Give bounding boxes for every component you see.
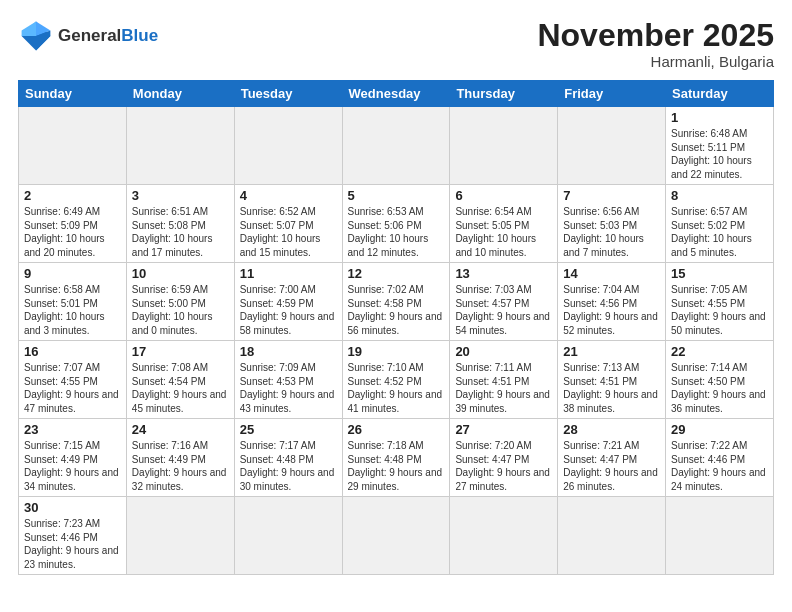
calendar-cell (342, 497, 450, 575)
day-number: 4 (240, 188, 337, 203)
day-info: Sunrise: 6:52 AM Sunset: 5:07 PM Dayligh… (240, 205, 337, 259)
location: Harmanli, Bulgaria (537, 53, 774, 70)
calendar-cell: 7Sunrise: 6:56 AM Sunset: 5:03 PM Daylig… (558, 185, 666, 263)
calendar-cell (126, 497, 234, 575)
calendar-cell (558, 497, 666, 575)
day-number: 20 (455, 344, 552, 359)
col-monday: Monday (126, 81, 234, 107)
day-info: Sunrise: 7:21 AM Sunset: 4:47 PM Dayligh… (563, 439, 660, 493)
month-title: November 2025 (537, 18, 774, 53)
day-info: Sunrise: 7:20 AM Sunset: 4:47 PM Dayligh… (455, 439, 552, 493)
calendar-cell: 8Sunrise: 6:57 AM Sunset: 5:02 PM Daylig… (666, 185, 774, 263)
calendar-cell: 25Sunrise: 7:17 AM Sunset: 4:48 PM Dayli… (234, 419, 342, 497)
day-number: 1 (671, 110, 768, 125)
day-number: 23 (24, 422, 121, 437)
day-number: 30 (24, 500, 121, 515)
calendar-cell (19, 107, 127, 185)
day-number: 27 (455, 422, 552, 437)
day-info: Sunrise: 7:05 AM Sunset: 4:55 PM Dayligh… (671, 283, 768, 337)
day-number: 18 (240, 344, 337, 359)
calendar-cell: 27Sunrise: 7:20 AM Sunset: 4:47 PM Dayli… (450, 419, 558, 497)
calendar-cell: 22Sunrise: 7:14 AM Sunset: 4:50 PM Dayli… (666, 341, 774, 419)
day-info: Sunrise: 7:00 AM Sunset: 4:59 PM Dayligh… (240, 283, 337, 337)
day-number: 16 (24, 344, 121, 359)
day-info: Sunrise: 7:14 AM Sunset: 4:50 PM Dayligh… (671, 361, 768, 415)
day-number: 8 (671, 188, 768, 203)
calendar-cell: 2Sunrise: 6:49 AM Sunset: 5:09 PM Daylig… (19, 185, 127, 263)
calendar-cell: 30Sunrise: 7:23 AM Sunset: 4:46 PM Dayli… (19, 497, 127, 575)
svg-marker-3 (22, 22, 36, 36)
day-number: 5 (348, 188, 445, 203)
col-friday: Friday (558, 81, 666, 107)
calendar-cell: 21Sunrise: 7:13 AM Sunset: 4:51 PM Dayli… (558, 341, 666, 419)
day-number: 6 (455, 188, 552, 203)
day-info: Sunrise: 7:15 AM Sunset: 4:49 PM Dayligh… (24, 439, 121, 493)
day-info: Sunrise: 6:53 AM Sunset: 5:06 PM Dayligh… (348, 205, 445, 259)
day-number: 13 (455, 266, 552, 281)
calendar-cell: 4Sunrise: 6:52 AM Sunset: 5:07 PM Daylig… (234, 185, 342, 263)
day-number: 19 (348, 344, 445, 359)
day-number: 7 (563, 188, 660, 203)
day-number: 3 (132, 188, 229, 203)
logo: GeneralBlue (18, 18, 158, 54)
day-number: 22 (671, 344, 768, 359)
calendar-cell: 16Sunrise: 7:07 AM Sunset: 4:55 PM Dayli… (19, 341, 127, 419)
calendar-cell: 9Sunrise: 6:58 AM Sunset: 5:01 PM Daylig… (19, 263, 127, 341)
calendar-cell (450, 497, 558, 575)
calendar-cell: 3Sunrise: 6:51 AM Sunset: 5:08 PM Daylig… (126, 185, 234, 263)
logo-icon (18, 18, 54, 54)
day-info: Sunrise: 7:03 AM Sunset: 4:57 PM Dayligh… (455, 283, 552, 337)
day-number: 17 (132, 344, 229, 359)
day-info: Sunrise: 7:08 AM Sunset: 4:54 PM Dayligh… (132, 361, 229, 415)
day-info: Sunrise: 7:07 AM Sunset: 4:55 PM Dayligh… (24, 361, 121, 415)
calendar-cell: 28Sunrise: 7:21 AM Sunset: 4:47 PM Dayli… (558, 419, 666, 497)
day-number: 26 (348, 422, 445, 437)
calendar-cell: 24Sunrise: 7:16 AM Sunset: 4:49 PM Dayli… (126, 419, 234, 497)
calendar-cell: 15Sunrise: 7:05 AM Sunset: 4:55 PM Dayli… (666, 263, 774, 341)
day-info: Sunrise: 7:13 AM Sunset: 4:51 PM Dayligh… (563, 361, 660, 415)
day-info: Sunrise: 6:57 AM Sunset: 5:02 PM Dayligh… (671, 205, 768, 259)
calendar-cell: 10Sunrise: 6:59 AM Sunset: 5:00 PM Dayli… (126, 263, 234, 341)
day-number: 2 (24, 188, 121, 203)
day-info: Sunrise: 7:23 AM Sunset: 4:46 PM Dayligh… (24, 517, 121, 571)
day-info: Sunrise: 6:51 AM Sunset: 5:08 PM Dayligh… (132, 205, 229, 259)
calendar-cell: 13Sunrise: 7:03 AM Sunset: 4:57 PM Dayli… (450, 263, 558, 341)
day-number: 12 (348, 266, 445, 281)
calendar-cell (450, 107, 558, 185)
calendar-cell: 11Sunrise: 7:00 AM Sunset: 4:59 PM Dayli… (234, 263, 342, 341)
calendar-cell (234, 497, 342, 575)
col-thursday: Thursday (450, 81, 558, 107)
day-info: Sunrise: 6:54 AM Sunset: 5:05 PM Dayligh… (455, 205, 552, 259)
calendar-cell: 20Sunrise: 7:11 AM Sunset: 4:51 PM Dayli… (450, 341, 558, 419)
calendar-cell (126, 107, 234, 185)
day-number: 21 (563, 344, 660, 359)
calendar-cell: 17Sunrise: 7:08 AM Sunset: 4:54 PM Dayli… (126, 341, 234, 419)
calendar-cell: 26Sunrise: 7:18 AM Sunset: 4:48 PM Dayli… (342, 419, 450, 497)
col-sunday: Sunday (19, 81, 127, 107)
day-number: 28 (563, 422, 660, 437)
calendar-cell (234, 107, 342, 185)
day-info: Sunrise: 7:09 AM Sunset: 4:53 PM Dayligh… (240, 361, 337, 415)
col-wednesday: Wednesday (342, 81, 450, 107)
calendar-cell: 23Sunrise: 7:15 AM Sunset: 4:49 PM Dayli… (19, 419, 127, 497)
header: GeneralBlue November 2025 Harmanli, Bulg… (18, 18, 774, 70)
calendar: Sunday Monday Tuesday Wednesday Thursday… (18, 80, 774, 575)
day-info: Sunrise: 6:48 AM Sunset: 5:11 PM Dayligh… (671, 127, 768, 181)
day-info: Sunrise: 6:59 AM Sunset: 5:00 PM Dayligh… (132, 283, 229, 337)
calendar-cell: 14Sunrise: 7:04 AM Sunset: 4:56 PM Dayli… (558, 263, 666, 341)
calendar-cell: 18Sunrise: 7:09 AM Sunset: 4:53 PM Dayli… (234, 341, 342, 419)
col-saturday: Saturday (666, 81, 774, 107)
calendar-week-row: 2Sunrise: 6:49 AM Sunset: 5:09 PM Daylig… (19, 185, 774, 263)
title-block: November 2025 Harmanli, Bulgaria (537, 18, 774, 70)
day-number: 9 (24, 266, 121, 281)
calendar-week-row: 9Sunrise: 6:58 AM Sunset: 5:01 PM Daylig… (19, 263, 774, 341)
day-info: Sunrise: 6:56 AM Sunset: 5:03 PM Dayligh… (563, 205, 660, 259)
day-info: Sunrise: 7:16 AM Sunset: 4:49 PM Dayligh… (132, 439, 229, 493)
day-number: 15 (671, 266, 768, 281)
calendar-cell: 29Sunrise: 7:22 AM Sunset: 4:46 PM Dayli… (666, 419, 774, 497)
calendar-cell (666, 497, 774, 575)
day-number: 10 (132, 266, 229, 281)
calendar-week-row: 1Sunrise: 6:48 AM Sunset: 5:11 PM Daylig… (19, 107, 774, 185)
day-info: Sunrise: 7:22 AM Sunset: 4:46 PM Dayligh… (671, 439, 768, 493)
day-number: 14 (563, 266, 660, 281)
